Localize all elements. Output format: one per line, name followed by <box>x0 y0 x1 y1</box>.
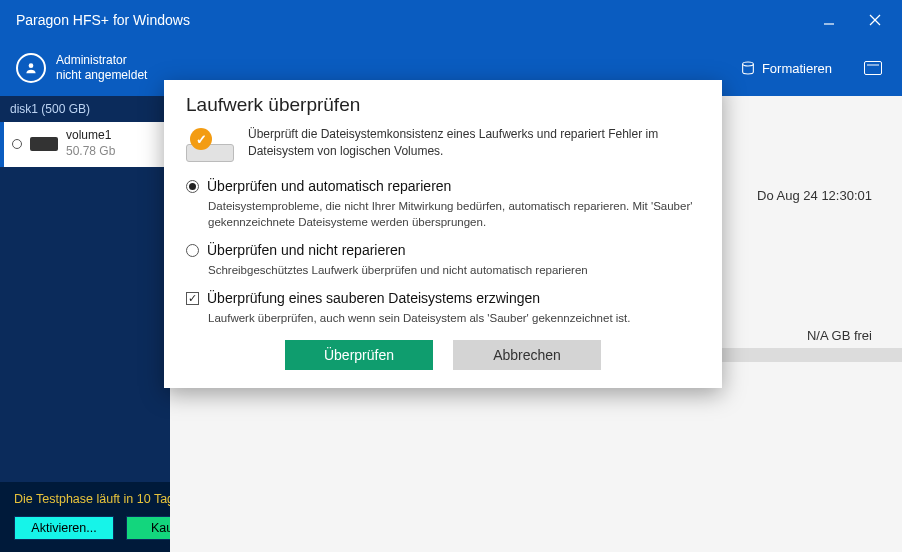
checkbox-icon <box>186 292 199 305</box>
svg-point-4 <box>743 62 754 66</box>
titlebar: Paragon HFS+ for Windows <box>0 0 902 40</box>
volume-size: 50.78 Gb <box>66 144 115 160</box>
close-button[interactable] <box>852 0 898 40</box>
check-button[interactable]: Überprüfen <box>285 340 433 370</box>
disk-label: disk1 (500 GB) <box>0 98 170 122</box>
user-status: nicht angemeldet <box>56 68 147 83</box>
minimize-button[interactable] <box>806 0 852 40</box>
datetime-label: Do Aug 24 12:30:01 <box>757 188 872 203</box>
format-icon <box>740 60 756 76</box>
activate-button[interactable]: Aktivieren... <box>14 516 114 540</box>
user-icon <box>16 53 46 83</box>
free-space-label: N/A GB frei <box>807 328 872 343</box>
user-block[interactable]: Administrator nicht angemeldet <box>10 53 160 83</box>
radio-icon <box>186 244 199 257</box>
user-name: Administrator <box>56 53 147 68</box>
svg-point-3 <box>29 63 34 68</box>
option-check-no-repair[interactable]: Überprüfen und nicht reparieren Schreibg… <box>186 242 700 278</box>
option-check-and-repair[interactable]: Überprüfen und automatisch reparieren Da… <box>186 178 700 230</box>
dialog-title: Laufwerk überprüfen <box>186 94 700 116</box>
toolbar-format[interactable]: Formatieren <box>728 60 844 76</box>
volume-name: volume1 <box>66 128 115 144</box>
radio-icon <box>186 180 199 193</box>
volume-item[interactable]: volume1 50.78 Gb <box>0 122 170 167</box>
check-drive-dialog: Laufwerk überprüfen Überprüft die Dateis… <box>164 80 722 388</box>
window-title: Paragon HFS+ for Windows <box>16 12 806 28</box>
option-force-clean-check[interactable]: Überprüfung eines sauberen Dateisystems … <box>186 290 700 326</box>
volume-thumb-icon <box>30 137 58 151</box>
dialog-lead: Überprüft die Dateisystemkonsistenz eine… <box>248 126 700 160</box>
drive-check-icon <box>186 128 234 162</box>
cancel-button[interactable]: Abbrechen <box>453 340 601 370</box>
drive-icon[interactable] <box>864 61 882 75</box>
volume-radio <box>12 139 22 149</box>
